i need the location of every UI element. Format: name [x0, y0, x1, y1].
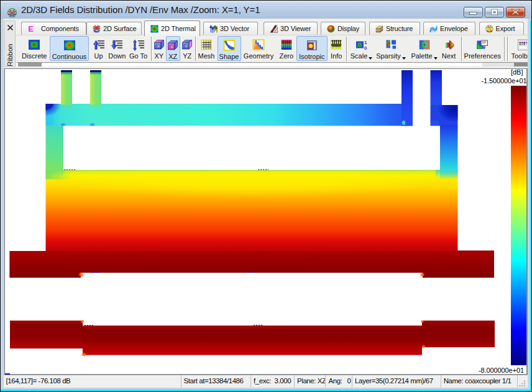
isotropic-icon — [306, 39, 318, 52]
info-icon — [330, 39, 342, 51]
status-name: Name: coaxcoupler 1/1 — [441, 375, 518, 388]
dropdown-arrow-icon — [434, 57, 438, 60]
toolbar-button-zero[interactable]: Zero — [277, 36, 296, 61]
toolbar-button-geometry[interactable]: Geometry — [242, 36, 276, 61]
window-title: 2D/3D Fields Distribution /DYN /Env Max … — [21, 4, 260, 15]
tab-label: Structure — [386, 25, 413, 32]
toolbar-label: Preferences — [464, 52, 501, 60]
toolbar-button-discrete[interactable]: Discrete — [19, 36, 51, 61]
toolbar-button-preferences[interactable]: Preferences — [462, 36, 503, 61]
toolbar-button-sparsity[interactable]: Sparsity — [375, 36, 407, 61]
status-f-exc: f_exc: 3.000 — [251, 375, 295, 388]
toolbar-label: Isotropic — [299, 53, 325, 60]
toolbar-label: Down — [108, 52, 126, 60]
toolbar-button-mesh[interactable]: Mesh — [197, 36, 216, 61]
field-plot[interactable] — [5, 69, 526, 374]
tab-export[interactable]: Export — [479, 22, 524, 35]
toolbar-label: Go To — [129, 52, 147, 60]
minimize-icon — [464, 7, 482, 17]
toolbar-separator — [504, 37, 505, 61]
svg-text:X: X — [170, 44, 174, 50]
toolbar-button-up[interactable]: Up — [90, 36, 107, 61]
close-button[interactable] — [506, 7, 525, 17]
tab-components[interactable]: EE Components — [21, 22, 86, 35]
tab-label: Components — [41, 25, 79, 32]
toolbar-label: Discrete — [22, 52, 47, 60]
palette-icon — [418, 39, 431, 51]
toolbar-button-goto[interactable]: Go To — [128, 36, 149, 61]
toolbar-button-info[interactable]: Info — [329, 36, 345, 61]
toolbar-button-scale[interactable]: 10 Scale — [348, 36, 375, 61]
xy-icon: YX — [153, 39, 165, 51]
tab-vector[interactable]: 3D Vector — [203, 22, 258, 35]
toolbar-label: Info — [331, 52, 342, 60]
ribbon-close-button[interactable] — [7, 22, 14, 29]
toolbar-separator — [151, 37, 152, 61]
close-icon — [507, 7, 525, 17]
preferences-icon — [476, 39, 488, 51]
colorbar — [511, 86, 526, 365]
ribbon-strip-label: Ribbon — [6, 43, 14, 66]
minimize-button[interactable] — [464, 7, 483, 17]
colorbar-max-label: -1.500000e+01 — [472, 77, 527, 84]
toolbar-button-shape[interactable]: Shape — [218, 36, 241, 61]
thermal-tab-icon — [150, 25, 158, 33]
field-canvas[interactable] — [5, 69, 526, 374]
zero-icon — [280, 39, 293, 51]
toolbar-button-down[interactable]: Down — [108, 36, 127, 61]
toolbar-label: Continuous — [52, 53, 87, 60]
ribbon-scrollbar-dither — [482, 63, 514, 66]
viewer-tab-icon — [270, 25, 278, 33]
window-titlebar[interactable]: 2D/3D Fields Distribution /DYN /Env Max … — [1, 1, 531, 19]
ribbon-scrollbar[interactable] — [17, 62, 528, 67]
tab-thermal[interactable]: 2D Thermal — [144, 21, 200, 36]
toolbar-label: Shape — [219, 53, 239, 60]
status-plane: Plane: XZ — [295, 375, 326, 388]
tab-viewer[interactable]: 3D Viewer — [264, 22, 318, 35]
svg-text:0: 0 — [364, 45, 367, 51]
ribbon-scrollbar-thumb[interactable] — [18, 63, 42, 66]
toolbar-button-palette[interactable]: Palette — [410, 36, 439, 61]
svg-text:Y: Y — [185, 43, 188, 49]
toolbar-button-toolbars[interactable]: Toolbars — [509, 36, 528, 61]
discrete-icon — [28, 39, 40, 51]
tab-structure[interactable]: Structure — [369, 22, 420, 35]
tab-surface[interactable]: 2D Surface — [86, 22, 142, 35]
toolbar-label: Zero — [279, 52, 293, 60]
tab-label: Envelope — [440, 25, 468, 32]
vector-tab-icon — [209, 25, 218, 33]
toolbar-button-isotropic[interactable]: Isotropic — [296, 36, 328, 61]
resize-grip-icon[interactable] — [519, 380, 526, 387]
status-start: Start at=13384/1486 — [181, 375, 252, 388]
tab-label: Export — [496, 25, 515, 32]
tab-envelope[interactable]: Envelope — [423, 22, 475, 35]
down-icon — [111, 39, 123, 51]
field-structure — [9, 70, 495, 357]
toolbars-icon — [518, 39, 528, 51]
tab-label: 2D Surface — [103, 25, 137, 32]
canvas-bottom-left-mark — [5, 373, 10, 375]
toolbar-button-xz[interactable]: ZX XZ — [166, 36, 181, 61]
toolbar-label: Mesh — [198, 52, 215, 60]
maximize-button[interactable] — [485, 7, 504, 17]
toolbar-label: Up — [94, 52, 103, 60]
xz-icon: ZX — [167, 39, 179, 52]
restore-icon — [485, 7, 503, 17]
colorbar-unit-label: [dB] — [472, 68, 523, 76]
toolbar-label: Toolbars — [511, 52, 528, 60]
toolbar-button-yz[interactable]: ZY YZ — [181, 36, 195, 61]
toolbar-label: XY — [154, 52, 163, 60]
toolbar-separator — [346, 37, 347, 61]
svg-text:E: E — [28, 25, 33, 33]
up-icon — [93, 39, 105, 51]
next-icon — [443, 39, 455, 51]
structure-tab-icon — [375, 25, 383, 33]
tab-display[interactable]: Display — [321, 22, 365, 35]
display-tab-icon — [327, 25, 335, 33]
app-icon — [7, 7, 17, 18]
ribbon-scrollbar-endcap — [514, 63, 528, 66]
toolbar-button-xy[interactable]: YX XY — [153, 36, 166, 61]
geometry-icon — [252, 39, 265, 51]
toolbar-button-continuous[interactable]: Continuous — [50, 36, 89, 61]
toolbar-button-next[interactable]: Next — [439, 36, 459, 61]
